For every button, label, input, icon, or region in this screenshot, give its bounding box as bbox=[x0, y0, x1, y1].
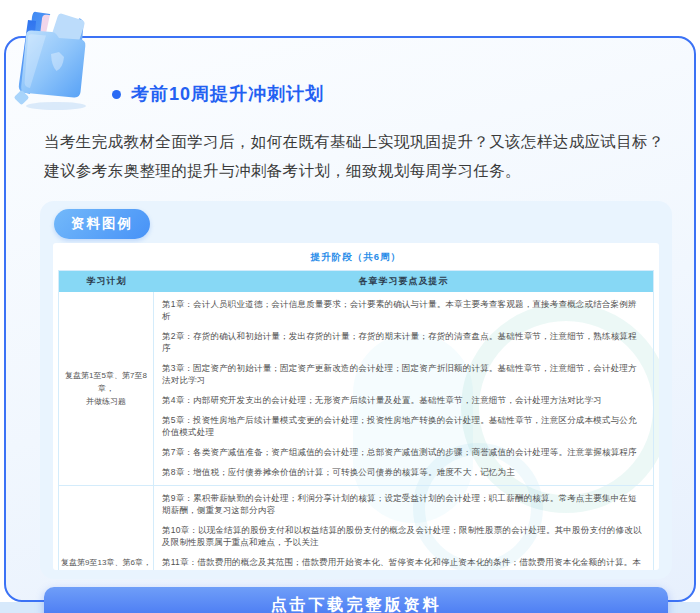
table-header-row: 学习计划 各章学习要点及提示 bbox=[59, 271, 653, 292]
example-badge: 资料图例 bbox=[54, 209, 150, 239]
chapter-tip: 第4章：内部研究开发支出的会计处理；无形资产后续计量及处置。基础性章节，注意细节… bbox=[162, 394, 645, 406]
table-row: 复盘第9至13章、第6章， 并做练习题 第9章：累积带薪缺勤的会计处理；利润分享… bbox=[59, 486, 653, 570]
chapter-tip: 第11章：借款费用的概念及其范围；借款费用开始资本化、暂停资本化和停止资本化的条… bbox=[162, 556, 645, 570]
column-header-plan: 学习计划 bbox=[59, 271, 154, 292]
table-row: 复盘第1至5章、第7至8章， 并做练习题 第1章：会计人员职业道德；会计信息质量… bbox=[59, 292, 653, 486]
plan-table: 学习计划 各章学习要点及提示 复盘第1至5章、第7至8章， 并做练习题 第1章：… bbox=[58, 270, 654, 570]
chapter-tip: 第9章：累积带薪缺勤的会计处理；利润分享计划的核算；设定受益计划的会计处理；职工… bbox=[162, 492, 645, 516]
section-header: 考前10周提升冲刺计划 bbox=[112, 82, 324, 106]
tips-cell: 第9章：累积带薪缺勤的会计处理；利润分享计划的核算；设定受益计划的会计处理；职工… bbox=[154, 486, 653, 570]
plan-table-container: 提升阶段（共6周） 学习计划 各章学习要点及提示 复盘第1至5章、第7至8章， … bbox=[53, 243, 659, 570]
table-caption: 提升阶段（共6周） bbox=[53, 251, 659, 264]
chapter-tip: 第8章：增值税；应付债券摊余价值的计算；可转换公司债券的核算等。难度不大，记忆为… bbox=[162, 466, 645, 478]
main-card: 考前10周提升冲刺计划 当考生完成教材全面学习后，如何在既有基础上实现巩固提升？… bbox=[4, 36, 696, 602]
chapter-tip: 第3章：固定资产的初始计量；固定资产更新改造的会计处理；固定资产折旧额的计算。基… bbox=[162, 362, 645, 386]
page-title: 考前10周提升冲刺计划 bbox=[131, 82, 324, 106]
chapter-tip: 第5章：投资性房地产后续计量模式变更的会计处理；投资性房地产转换的会计处理。基础… bbox=[162, 414, 645, 438]
tips-cell: 第1章：会计人员职业道德；会计信息质量要求；会计要素的确认与计量。本章主要考查客… bbox=[154, 292, 653, 485]
plan-cell: 复盘第9至13章、第6章， 并做练习题 bbox=[59, 486, 154, 570]
page: 考前10周提升冲刺计划 当考生完成教材全面学习后，如何在既有基础上实现巩固提升？… bbox=[0, 0, 700, 613]
column-header-tips: 各章学习要点及提示 bbox=[154, 271, 653, 292]
download-button[interactable]: 点击下载完整版资料 bbox=[44, 587, 668, 613]
bullet-icon bbox=[112, 90, 121, 99]
example-panel: 资料图例 提升阶段（共6周） 学习计划 各章学习要点及提示 复盘第1至5章、第7… bbox=[40, 201, 672, 579]
chapter-tip: 第10章：以现金结算的股份支付和以权益结算的股份支付的概念及会计处理；限制性股票… bbox=[162, 524, 645, 548]
plan-cell: 复盘第1至5章、第7至8章， 并做练习题 bbox=[59, 292, 154, 485]
chapter-tip: 第2章：存货的确认和初始计量；发出存货的计量；存货的期末计量；存货的清查盘点。基… bbox=[162, 330, 645, 354]
chapter-tip: 第7章：各类资产减值准备；资产组减值的会计处理；总部资产减值测试的步骤；商誉减值… bbox=[162, 446, 645, 458]
chapter-tip: 第1章：会计人员职业道德；会计信息质量要求；会计要素的确认与计量。本章主要考查客… bbox=[162, 298, 645, 322]
folder-icon bbox=[6, 0, 110, 112]
intro-paragraph: 当考生完成教材全面学习后，如何在既有基础上实现巩固提升？又该怎样达成应试目标？建… bbox=[44, 128, 672, 185]
